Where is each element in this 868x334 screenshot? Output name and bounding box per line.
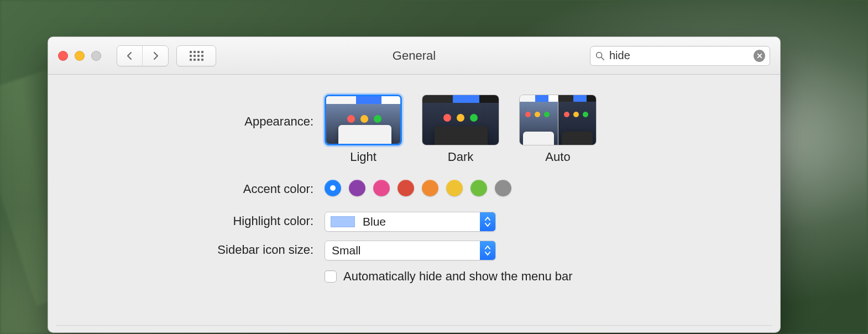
chevron-down-icon [485,252,490,255]
search-clear-button[interactable] [754,50,765,62]
accent-color-swatches [325,180,765,196]
accent-swatch-orange[interactable] [422,180,438,196]
highlight-color-swatch [331,216,355,227]
section-divider [56,325,772,326]
chevron-up-icon [485,217,490,221]
appearance-thumb-dark [422,95,499,145]
appearance-option-dark[interactable]: Dark [422,95,499,164]
show-all-button[interactable] [177,46,216,66]
row-highlight-color: Highlight color: Blue [64,212,765,232]
window-zoom-button[interactable] [91,51,101,61]
svg-line-1 [602,57,604,60]
appearance-thumb-auto [519,95,597,145]
chevron-down-icon [485,223,490,227]
chevron-left-icon [126,51,134,60]
label-appearance: Appearance: [64,95,325,129]
search-input[interactable] [609,49,749,62]
appearance-option-light[interactable]: Light [325,95,402,164]
highlight-color-select[interactable]: Blue [325,212,496,232]
accent-swatch-blue[interactable] [325,180,341,196]
accent-swatch-green[interactable] [470,180,487,196]
highlight-color-value: Blue [360,215,480,228]
label-sidebar-icon: Sidebar icon size: [64,241,325,257]
select-stepper-icon [480,241,495,260]
label-accent: Accent color: [64,180,325,196]
accent-swatch-purple[interactable] [349,180,365,196]
show-all-segment [176,45,216,66]
appearance-caption-light: Light [350,150,377,164]
appearance-caption-auto: Auto [545,150,570,164]
window-minimize-button[interactable] [75,51,85,61]
close-icon [757,53,762,59]
back-button[interactable] [117,46,143,66]
accent-swatch-graphite[interactable] [495,180,511,196]
grid-icon [190,51,203,61]
window-close-button[interactable] [58,51,68,61]
arrow-right-icon [235,311,323,332]
accent-swatch-pink[interactable] [373,180,390,196]
sidebar-icon-size-value: Small [325,244,480,257]
accent-swatch-yellow[interactable] [446,180,463,196]
window-toolbar: General [48,37,780,75]
general-pane: Appearance: Light [48,75,780,284]
appearance-thumb-light [325,95,402,145]
row-accent-color: Accent color: [64,180,765,196]
window-traffic-lights [58,51,101,61]
appearance-option-auto[interactable]: Auto [519,95,597,164]
chevron-right-icon [151,51,160,60]
row-appearance: Appearance: Light [64,95,765,164]
row-sidebar-icon-size: Sidebar icon size: Small [64,241,765,260]
menu-bar-autohide-checkbox[interactable] [325,270,337,283]
sidebar-icon-size-select[interactable]: Small [325,241,496,260]
appearance-caption-dark: Dark [448,150,473,164]
preferences-window: General Appearance: [48,36,781,333]
chevron-up-icon [485,246,490,249]
forward-button[interactable] [143,46,168,66]
label-highlight: Highlight color: [64,212,325,228]
nav-segmented-control [117,45,169,66]
search-icon [595,51,605,61]
row-menu-bar-autohide: Automatically hide and show the menu bar [64,269,765,284]
select-stepper-icon [480,212,495,231]
appearance-options: Light Dark [325,95,765,164]
accent-swatch-red[interactable] [398,180,414,196]
menu-bar-autohide-label: Automatically hide and show the menu bar [343,269,573,284]
search-field[interactable] [590,46,770,66]
